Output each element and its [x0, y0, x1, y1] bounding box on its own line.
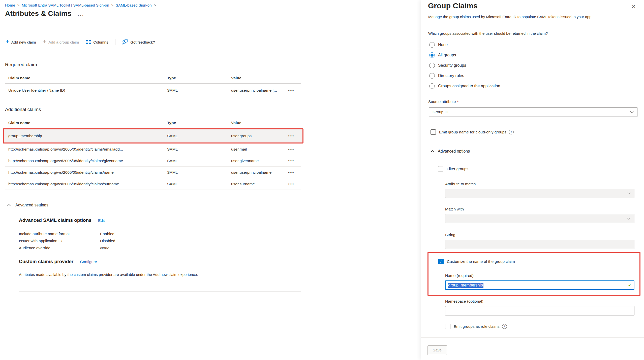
chevron-down-icon — [627, 218, 631, 220]
page-title-row: Attributes & Claims ··· — [5, 10, 84, 18]
radio-button-icon — [429, 42, 435, 48]
highlight-box-group-claim-row: group_membership SAML user.groups ••• — [3, 128, 303, 143]
breadcrumb-link-home[interactable]: Home — [5, 3, 15, 7]
row-menu-icon[interactable]: ••• — [288, 147, 295, 151]
claim-type-cell: SAML — [164, 147, 228, 152]
info-icon[interactable]: i — [509, 130, 514, 134]
edit-link[interactable]: Edit — [98, 218, 105, 223]
row-menu-icon[interactable]: ••• — [288, 88, 295, 92]
claim-type-cell: SAML — [164, 170, 228, 175]
saml-options-title: Advanced SAML claims options — [19, 218, 91, 223]
additional-claims-heading: Additional claims — [5, 107, 41, 112]
radio-groups-assigned[interactable]: Groups assigned to the application — [429, 81, 500, 91]
got-feedback-label: Got feedback? — [130, 40, 155, 44]
advanced-options-label: Advanced options — [438, 149, 470, 154]
radio-button-icon — [429, 73, 435, 79]
table-row[interactable]: http://schemas.xmlsoap.org/ws/2005/05/id… — [5, 143, 301, 155]
checkbox-label: Filter groups — [447, 167, 468, 171]
table-row[interactable]: http://schemas.xmlsoap.org/ws/2005/05/id… — [5, 155, 301, 167]
page-title: Attributes & Claims — [5, 10, 72, 18]
checkbox-label: Emit group name for cloud-only groups — [439, 130, 506, 134]
advanced-settings-toggle[interactable]: Advanced settings — [5, 203, 301, 207]
setting-value: Disabled — [100, 239, 115, 243]
group-type-radio-group: None All groups Security groups Director… — [429, 40, 500, 91]
claim-name-cell: Unique User Identifier (Name ID) — [5, 88, 164, 93]
table-header-row: Claim name Type Value — [5, 73, 301, 84]
breadcrumb-separator: > — [111, 3, 113, 7]
checkbox-icon — [438, 166, 443, 171]
string-input[interactable] — [445, 240, 634, 249]
customize-name-checkbox-row[interactable]: ✓ Customize the name of the group claim — [438, 259, 515, 264]
row-menu-icon[interactable]: ••• — [288, 182, 295, 186]
source-attribute-dropdown[interactable]: Group ID — [429, 107, 637, 117]
column-header-type: Type — [164, 121, 228, 125]
checkbox-icon — [431, 129, 436, 135]
claim-name-cell: http://schemas.xmlsoap.org/ws/2005/05/id… — [5, 159, 164, 163]
checkbox-icon — [445, 324, 450, 329]
namespace-input[interactable] — [445, 306, 634, 315]
checkbox-label: Emit groups as role claims — [454, 324, 500, 329]
claim-name-cell: http://schemas.xmlsoap.org/ws/2005/05/id… — [5, 182, 164, 186]
radio-security-groups[interactable]: Security groups — [429, 60, 500, 70]
columns-button[interactable]: Columns — [86, 40, 108, 44]
radio-all-groups[interactable]: All groups — [429, 50, 500, 60]
emit-roles-checkbox-row[interactable]: Emit groups as role claims i — [445, 324, 507, 329]
checkbox-label: Customize the name of the group claim — [447, 259, 515, 264]
advanced-options-toggle[interactable]: Advanced options — [431, 149, 470, 154]
table-row[interactable]: http://schemas.xmlsoap.org/ws/2005/05/id… — [5, 178, 301, 190]
configure-link[interactable]: Configure — [80, 260, 97, 264]
info-icon[interactable]: i — [502, 324, 507, 329]
radio-none[interactable]: None — [429, 40, 500, 50]
claim-value-cell: user.userprincipalname [... — [228, 88, 282, 93]
row-menu-icon[interactable]: ••• — [288, 134, 295, 138]
breadcrumb-link-saml-signon[interactable]: SAML-based Sign-on — [116, 3, 152, 7]
string-label: String — [445, 233, 455, 237]
claim-name-cell: http://schemas.xmlsoap.org/ws/2005/05/id… — [5, 170, 164, 175]
more-options-icon[interactable]: ··· — [78, 10, 84, 17]
close-icon[interactable]: ✕ — [630, 4, 637, 10]
setting-label: Include attribute name format — [19, 232, 100, 236]
breadcrumb-link-app[interactable]: Microsoft Entra SAML Toolkit | SAML-base… — [22, 3, 109, 7]
plus-icon: + — [6, 39, 9, 45]
breadcrumb-separator: > — [17, 3, 19, 7]
radio-label: Groups assigned to the application — [438, 84, 500, 88]
columns-label: Columns — [93, 40, 108, 44]
setting-row: Include attribute name format Enabled — [19, 232, 114, 236]
name-input[interactable]: group_membership ✓ — [445, 280, 634, 290]
saml-options-header: Advanced SAML claims options Edit — [19, 218, 105, 223]
add-group-claim-button[interactable]: + Add a group claim — [43, 40, 79, 45]
radio-button-icon — [429, 63, 435, 68]
row-menu-icon[interactable]: ••• — [288, 170, 295, 174]
setting-label: Issuer with application ID — [19, 239, 100, 243]
add-new-claim-button[interactable]: + Add new claim — [6, 40, 36, 45]
row-menu-icon[interactable]: ••• — [288, 159, 295, 163]
attribute-to-match-dropdown[interactable] — [445, 189, 634, 198]
groups-question-label: Which groups associated with the user sh… — [428, 31, 548, 35]
claim-type-cell: SAML — [164, 88, 228, 93]
chevron-down-icon — [627, 192, 631, 195]
chevron-down-icon — [630, 111, 634, 113]
claim-value-cell: user.groups — [228, 134, 282, 138]
radio-button-selected-icon — [429, 52, 435, 58]
main-content: Home>Microsoft Entra SAML Toolkit | SAML… — [0, 0, 421, 360]
table-row-selected[interactable]: group_membership SAML user.groups ••• — [5, 129, 301, 142]
attribute-to-match-label: Attribute to match — [445, 182, 476, 186]
emit-group-name-checkbox-row[interactable]: Emit group name for cloud-only groups i — [431, 129, 514, 135]
radio-directory-roles[interactable]: Directory roles — [429, 70, 500, 81]
panel-subtitle: Manage the group claims used by Microsof… — [428, 15, 591, 19]
namespace-optional-label: Namespace (optional) — [445, 299, 483, 304]
got-feedback-button[interactable]: Got feedback? — [122, 39, 155, 45]
required-claim-heading: Required claim — [5, 62, 37, 67]
column-header-claim-name: Claim name — [5, 121, 164, 125]
table-row[interactable]: Unique User Identifier (Name ID) SAML us… — [5, 84, 301, 97]
claim-name-cell: group_membership — [5, 134, 164, 138]
toolbar-divider — [115, 39, 115, 45]
claim-value-cell: user.mail — [228, 147, 282, 152]
filter-groups-checkbox-row[interactable]: Filter groups — [438, 166, 468, 171]
save-button[interactable]: Save — [427, 345, 447, 355]
match-with-dropdown[interactable] — [445, 214, 634, 223]
radio-label: Security groups — [438, 63, 466, 68]
toolbar: + Add new claim + Add a group claim Colu… — [6, 37, 162, 47]
table-row[interactable]: http://schemas.xmlsoap.org/ws/2005/05/id… — [5, 167, 301, 178]
name-required-label: Name (required) — [445, 273, 474, 278]
